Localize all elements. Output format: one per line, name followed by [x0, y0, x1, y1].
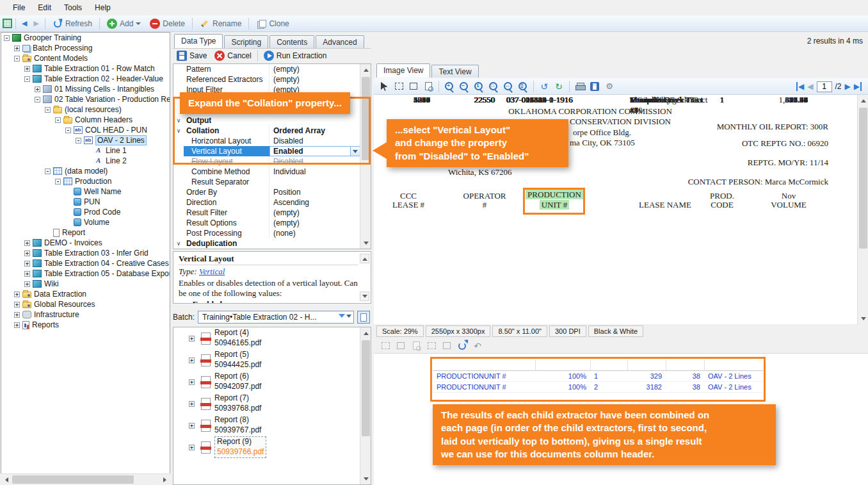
- lasso-tool-button[interactable]: [394, 340, 407, 352]
- scroll-thumb[interactable]: [12, 475, 134, 484]
- results-row[interactable]: PRODUCTIONUNIT # 100% 2 3182 38 OAV - 2 …: [433, 382, 763, 393]
- scroll-thumb[interactable]: [859, 108, 867, 249]
- expand-toggle[interactable]: +: [14, 292, 20, 297]
- reload-image-button[interactable]: [456, 340, 469, 352]
- delete-button[interactable]: Delete: [146, 17, 189, 30]
- page-number-input[interactable]: [817, 81, 832, 92]
- tab-text-view[interactable]: Text View: [431, 65, 478, 78]
- expand-toggle[interactable]: +: [24, 66, 30, 72]
- back-arrow-icon[interactable]: ◀: [19, 18, 29, 29]
- snippet-tool-button[interactable]: [410, 340, 422, 352]
- expand-toggle[interactable]: +: [189, 401, 195, 407]
- tree-item[interactable]: - Table Extraction 02 - Header-Value: [1, 74, 170, 84]
- tab-image-view[interactable]: Image View: [376, 63, 430, 78]
- tree-horizontal-scrollbar[interactable]: [1, 473, 170, 484]
- pointer-tool-button[interactable]: [378, 80, 390, 93]
- dropdown-button[interactable]: [350, 147, 360, 156]
- scroll-down-button[interactable]: [360, 473, 371, 484]
- property-row[interactable]: Horizontal Layout Disabled: [173, 136, 360, 146]
- tab-advanced[interactable]: Advanced: [316, 35, 364, 48]
- tree-item[interactable]: PUN: [1, 197, 170, 207]
- expand-chevron-icon[interactable]: [173, 218, 184, 228]
- type-link[interactable]: Vertical: [199, 267, 225, 276]
- tree-item[interactable]: + DEMO - Invoices: [1, 238, 170, 248]
- expand-toggle[interactable]: -: [45, 169, 51, 174]
- property-value[interactable]: [211, 115, 360, 126]
- expand-toggle[interactable]: +: [14, 322, 20, 328]
- scroll-thumb[interactable]: [362, 340, 370, 436]
- tree-item[interactable]: + Table Extraction 03 - Infer Grid: [1, 248, 170, 258]
- rename-button[interactable]: Rename: [196, 17, 245, 30]
- property-row[interactable]: ∨ Deduplication: [173, 238, 360, 249]
- first-page-button[interactable]: ◀: [796, 82, 804, 91]
- menu-edit[interactable]: Edit: [31, 1, 58, 14]
- marquee-select-button[interactable]: [392, 80, 405, 93]
- property-row[interactable]: ∨ Output: [173, 115, 360, 126]
- batch-viewer-toggle-button[interactable]: [357, 311, 370, 324]
- tree-item[interactable]: + Wiki: [1, 279, 170, 289]
- tree-item[interactable]: - Column Headers: [1, 115, 170, 125]
- tree-item[interactable]: + Reports: [1, 320, 170, 330]
- expand-chevron-icon[interactable]: ∨: [173, 115, 184, 126]
- expand-chevron-icon[interactable]: [173, 136, 184, 146]
- batch-document-item[interactable]: + Report (8) 50939767.pdf: [173, 415, 371, 436]
- scroll-left-button[interactable]: [1, 474, 12, 485]
- expand-toggle[interactable]: +: [189, 336, 195, 341]
- property-value[interactable]: (empty): [269, 64, 360, 74]
- scroll-down-button[interactable]: [858, 313, 868, 324]
- property-value[interactable]: Ascending: [269, 197, 360, 208]
- tree-item[interactable]: Line 2: [1, 156, 170, 166]
- tree-item[interactable]: - Production: [1, 176, 170, 186]
- fit-width-button[interactable]: ↔: [502, 80, 515, 93]
- tree-item[interactable]: - (data model): [1, 166, 170, 176]
- print-button[interactable]: [574, 80, 586, 93]
- last-page-button[interactable]: ▶: [854, 82, 862, 91]
- property-value[interactable]: Individual: [269, 167, 360, 177]
- tab-data-type[interactable]: Data Type: [174, 34, 223, 48]
- expand-toggle[interactable]: +: [14, 312, 20, 318]
- image-settings-button[interactable]: ⚙: [603, 80, 616, 93]
- tree-item[interactable]: - 02 Table Variation - Production Rep: [1, 94, 170, 104]
- save-image-button[interactable]: [588, 80, 601, 93]
- expand-chevron-icon[interactable]: [173, 197, 184, 208]
- expand-toggle[interactable]: -: [4, 35, 10, 41]
- property-value[interactable]: (empty): [269, 218, 360, 228]
- forward-arrow-icon[interactable]: ▶: [31, 18, 41, 29]
- results-column-header[interactable]: [590, 360, 627, 370]
- scroll-right-button[interactable]: [159, 474, 170, 485]
- scroll-down-button[interactable]: [360, 238, 371, 249]
- rotate-ccw-button[interactable]: ↺: [538, 80, 551, 93]
- erase-tool-button[interactable]: [425, 340, 438, 352]
- expand-toggle[interactable]: -: [65, 127, 71, 133]
- scroll-thumb[interactable]: [362, 77, 370, 160]
- undo-button[interactable]: ↶: [471, 340, 484, 352]
- batch-document-item[interactable]: + Report (7) 50939768.pdf: [173, 393, 371, 415]
- results-column-header[interactable]: [535, 360, 590, 370]
- tab-scripting[interactable]: Scripting: [224, 35, 268, 48]
- property-value[interactable]: [269, 177, 360, 187]
- tree-item[interactable]: + 01 Missing Cells - Intangibles: [1, 84, 170, 94]
- expand-toggle[interactable]: -: [76, 138, 81, 144]
- expand-chevron-icon[interactable]: [173, 177, 184, 187]
- expand-toggle[interactable]: +: [189, 379, 195, 385]
- expand-chevron-icon[interactable]: [173, 156, 184, 167]
- tree-item[interactable]: + Batch Processing: [1, 43, 170, 53]
- results-column-header[interactable]: [627, 360, 666, 370]
- expand-chevron-icon[interactable]: [173, 64, 184, 74]
- rotate-cw-button[interactable]: ↻: [552, 80, 565, 93]
- property-value[interactable]: Enabled: [269, 146, 360, 156]
- results-row[interactable]: PRODUCTIONUNIT # 100% 1 329 38 OAV - 2 L…: [433, 371, 763, 382]
- zoom-fit-button[interactable]: □: [487, 80, 500, 93]
- tree-item[interactable]: + Table Extraction 01 - Row Match: [1, 63, 170, 74]
- property-row[interactable]: Direction Ascending: [173, 197, 360, 208]
- run-extraction-button[interactable]: Run Extraction: [260, 49, 331, 62]
- tree-item[interactable]: + Table Extraction 05 - Database Export: [1, 268, 170, 279]
- tree-item[interactable]: + Table Extraction 04 - Creative Cases: [1, 258, 170, 268]
- batch-document-item[interactable]: + Report (9) 50939766.pdf: [173, 436, 371, 458]
- property-value[interactable]: Disabled: [269, 156, 360, 167]
- property-row[interactable]: Vertical Layout Enabled: [173, 146, 360, 156]
- property-value[interactable]: [237, 238, 360, 249]
- property-row[interactable]: Result Options (empty): [173, 218, 360, 228]
- property-value[interactable]: (empty): [269, 74, 360, 85]
- property-value[interactable]: Position: [269, 187, 360, 197]
